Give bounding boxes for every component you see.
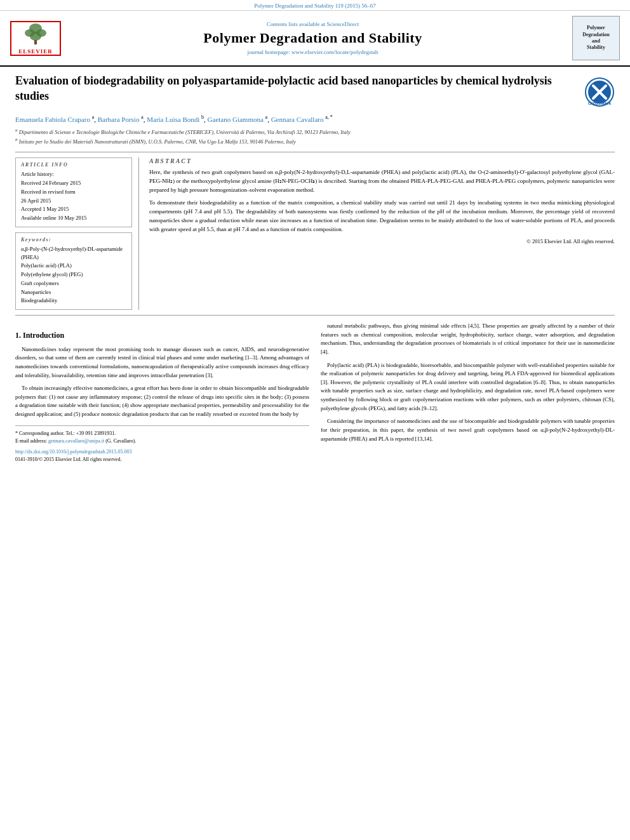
email-link[interactable]: gennara.cavallaro@unipa.it <box>48 438 104 444</box>
journal-header-center: Contents lists available at ScienceDirec… <box>61 21 565 55</box>
affil-sup: a <box>92 114 95 120</box>
section-number: 1. <box>15 331 21 340</box>
received-date: Received 24 February 2015 <box>21 179 126 187</box>
main-left-column: 1. Introduction Nanomedicines today repr… <box>15 322 309 463</box>
article-info-abstract-section: ARTICLE INFO Article history: Received 2… <box>15 152 615 316</box>
main-content: 1. Introduction Nanomedicines today repr… <box>15 322 615 463</box>
homepage-url[interactable]: www.elsevier.com/locate/polydegstab <box>292 49 378 55</box>
issn-line: 0141-3910/© 2015 Elsevier Ltd. All right… <box>15 456 309 463</box>
section-title: Introduction <box>23 331 64 340</box>
author-name[interactable]: Gennara Cavallaro <box>271 116 324 123</box>
footnotes: * Corresponding author. Tel.: +39 091 23… <box>15 425 309 463</box>
citation-text: Polymer Degradation and Stability 119 (2… <box>254 3 376 9</box>
keyword-1: α,β-Poly-(N-(2-hydroxyethyl)-DL-aspartam… <box>21 245 126 262</box>
keyword-3: Poly(ethylene glycol) (PEG) <box>21 270 126 279</box>
abstract-text: Here, the synthesis of two graft copolym… <box>149 168 615 234</box>
keyword-5: Nanoparticles <box>21 288 126 297</box>
article-title-section: Evaluation of biodegradability on polyas… <box>15 73 615 109</box>
doi-link[interactable]: http://dx.doi.org/10.1016/j.polymdegrads… <box>15 449 132 455</box>
doi-line[interactable]: http://dx.doi.org/10.1016/j.polymdegrads… <box>15 448 309 456</box>
article-body: Evaluation of biodegradability on polyas… <box>0 67 630 470</box>
sciencedirect-link[interactable]: Contents lists available at ScienceDirec… <box>61 21 565 27</box>
keyword-4: Graft copolymers <box>21 279 126 288</box>
history-label: Article history: <box>21 170 126 178</box>
affiliations: a Dipartimento di Scienze e Tecnologie B… <box>15 127 615 145</box>
revised-label: Received in revised form <box>21 188 126 196</box>
right-para-3: Considering the importance of nanomedici… <box>321 417 615 443</box>
journal-logo-box: PolymerDegradationandStability <box>572 16 620 60</box>
keywords-box: Keywords: α,β-Poly-(N-(2-hydroxyethyl)-D… <box>15 232 132 310</box>
crossmark-icon: CrossMark <box>584 77 615 107</box>
email-line: E-mail address: gennara.cavallaro@unipa.… <box>15 437 309 445</box>
elsevier-logo: ELSEVIER <box>10 21 61 56</box>
right-para-1: natural metabolic pathways, thus giving … <box>321 322 615 357</box>
journal-logo-title: PolymerDegradationandStability <box>582 25 610 51</box>
intro-heading: 1. Introduction <box>15 330 309 342</box>
authors-line: Emanuela Fabiola Craparo a, Barbara Pors… <box>15 114 615 124</box>
corresponding-author: * Corresponding author. Tel.: +39 091 23… <box>15 430 309 437</box>
affiliation-b: b Istituto per lo Studio dei Materiali N… <box>15 137 615 146</box>
svg-point-3 <box>30 32 41 41</box>
keywords-title: Keywords: <box>21 237 126 243</box>
right-para-2: Poly(lactic acid) (PLA) is biodegradable… <box>321 361 615 413</box>
elsevier-tree-icon <box>18 22 53 46</box>
sciencedirect-text[interactable]: ScienceDirect <box>327 21 359 27</box>
svg-text:CrossMark: CrossMark <box>588 101 611 105</box>
copyright-notice: © 2015 Elsevier Ltd. All rights reserved… <box>149 238 615 244</box>
intro-para-1: Nanomedicines today represent the most p… <box>15 345 309 380</box>
abstract-para-2: To demonstrate their biodegradability as… <box>149 199 615 234</box>
journal-homepage[interactable]: journal homepage: www.elsevier.com/locat… <box>61 49 565 55</box>
affiliation-a: a Dipartimento di Scienze e Tecnologie B… <box>15 127 615 137</box>
revised-date: 26 April 2015 <box>21 197 126 205</box>
main-right-column: natural metabolic pathways, thus giving … <box>321 322 615 463</box>
keyword-2: Poly(lactic acid) (PLA) <box>21 262 126 270</box>
journal-title: Polymer Degradation and Stability <box>61 30 565 46</box>
author-name[interactable]: Gaetano Giammona <box>208 116 264 123</box>
abstract-title: ABSTRACT <box>149 157 615 164</box>
abstract-para-1: Here, the synthesis of two graft copolym… <box>149 168 615 195</box>
abstract-column: ABSTRACT Here, the synthesis of two graf… <box>149 157 615 310</box>
article-title: Evaluation of biodegradability on polyas… <box>15 73 568 104</box>
author-name[interactable]: Emanuela Fabiola Craparo <box>15 116 90 123</box>
journal-citation: Polymer Degradation and Stability 119 (2… <box>0 0 630 11</box>
left-info-column: ARTICLE INFO Article history: Received 2… <box>15 157 139 310</box>
crossmark-badge: CrossMark <box>584 77 615 109</box>
author-name[interactable]: Maria Luisa Bondì <box>147 116 199 123</box>
author-name[interactable]: Barbara Porsio <box>98 116 140 123</box>
article-info-box: ARTICLE INFO Article history: Received 2… <box>15 157 132 227</box>
intro-para-2: To obtain increasingly effective nanomed… <box>15 384 309 419</box>
elsevier-brand-text: ELSEVIER <box>18 48 53 55</box>
svg-rect-4 <box>34 40 37 44</box>
article-info-title: ARTICLE INFO <box>21 162 126 168</box>
keyword-6: Biodegradability <box>21 297 126 305</box>
accepted-date: Accepted 1 May 2015 <box>21 205 126 213</box>
journal-header: ELSEVIER Contents lists available at Sci… <box>0 11 630 67</box>
available-date: Available online 10 May 2015 <box>21 214 126 222</box>
